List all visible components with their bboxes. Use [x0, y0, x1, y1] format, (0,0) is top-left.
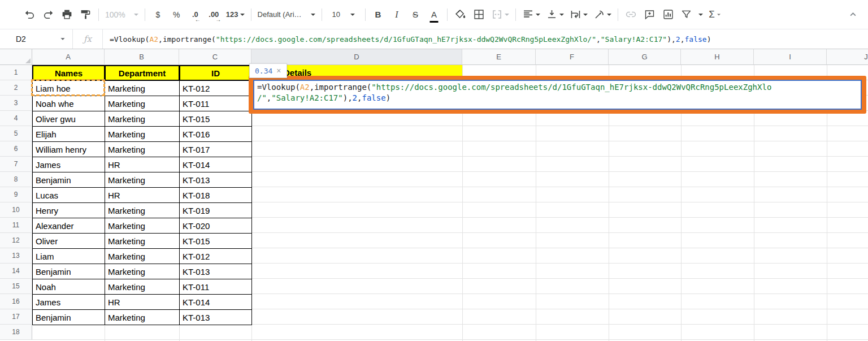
row-header-4[interactable]: 4 [0, 111, 32, 126]
cell-C15[interactable]: KT-011 [179, 279, 252, 295]
cell-C13[interactable]: KT-012 [179, 248, 252, 264]
header-cell-id[interactable]: ID [179, 65, 252, 81]
text-wrap-button[interactable] [567, 5, 591, 25]
more-formats-button[interactable]: 123 [223, 5, 248, 25]
paint-format-button[interactable] [76, 5, 95, 25]
cell-A17[interactable]: Benjamin [32, 309, 105, 325]
format-percent-button[interactable]: % [167, 5, 186, 25]
cell-A12[interactable]: Oliver [32, 233, 105, 249]
row-header-3[interactable]: 3 [0, 96, 32, 111]
zoom-select[interactable]: 100% [102, 5, 141, 25]
merge-cells-button[interactable] [488, 5, 512, 25]
insert-link-button[interactable] [622, 5, 640, 25]
functions-button[interactable]: Σ [706, 5, 724, 25]
format-currency-button[interactable]: $ [149, 5, 167, 25]
row-header-2[interactable]: 2 [0, 80, 32, 96]
cell-B14[interactable]: Marketing [105, 264, 180, 279]
cell-A16[interactable]: James [32, 294, 105, 310]
horizontal-align-button[interactable] [519, 5, 543, 25]
undo-button[interactable] [20, 5, 39, 25]
cell-B12[interactable]: Marketing [105, 233, 180, 249]
header-cell-names[interactable]: Names [32, 65, 105, 81]
create-filter-button[interactable] [678, 5, 706, 25]
cell-A15[interactable]: Noah [32, 279, 105, 295]
row-header-12[interactable]: 12 [0, 233, 32, 248]
strikethrough-button[interactable]: S [406, 5, 425, 25]
cell-A9[interactable]: Lucas [32, 187, 105, 203]
select-all-corner[interactable] [0, 49, 32, 65]
cell-A14[interactable]: Benjamin [32, 264, 105, 279]
cell-B8[interactable]: Marketing [105, 172, 180, 188]
redo-button[interactable] [39, 5, 58, 25]
row-header-5[interactable]: 5 [0, 126, 32, 141]
insert-chart-button[interactable] [659, 5, 678, 25]
cell-C16[interactable]: KT-014 [179, 294, 252, 310]
cell-A13[interactable]: Liam [32, 248, 105, 264]
cell-A6[interactable]: William henry [32, 141, 105, 157]
italic-button[interactable]: I [388, 5, 406, 25]
cell-A4[interactable]: Oliver gwu [32, 111, 105, 127]
formula-input[interactable]: =Vlookup(A2,importrange("https://docs.go… [103, 35, 868, 44]
cell-C17[interactable]: KT-013 [179, 309, 252, 325]
cell-A3[interactable]: Noah whe [32, 96, 105, 111]
row-header-11[interactable]: 11 [0, 218, 32, 233]
cell-C14[interactable]: KT-013 [179, 264, 252, 279]
cell-C2[interactable]: KT-012 [179, 80, 252, 96]
row-header-1[interactable]: 1 [0, 65, 32, 80]
decrease-decimal-button[interactable]: .0← [186, 5, 205, 25]
row-header-8[interactable]: 8 [0, 172, 32, 187]
column-header-C[interactable]: C [179, 49, 251, 65]
cell-B7[interactable]: HR [105, 157, 180, 172]
cell-C4[interactable]: KT-015 [179, 111, 252, 127]
cell-A5[interactable]: Elijah [32, 126, 105, 142]
cell-B11[interactable]: Marketing [105, 218, 180, 234]
cell-C10[interactable]: KT-019 [179, 202, 252, 218]
bold-button[interactable]: B [369, 5, 388, 25]
cell-B9[interactable]: HR [105, 187, 180, 203]
name-box[interactable]: D2 [0, 29, 72, 49]
header-cell-department[interactable]: Department [105, 65, 180, 81]
row-header-15[interactable]: 15 [0, 279, 32, 294]
cell-editor-D2[interactable]: =Vlookup(A2,importrange("https://docs.go… [253, 80, 862, 110]
row-header-14[interactable]: 14 [0, 264, 32, 279]
cell-A11[interactable]: Alexander [32, 218, 105, 234]
column-header-J[interactable]: J [827, 49, 868, 65]
row-header-13[interactable]: 13 [0, 248, 32, 264]
column-header-H[interactable]: H [681, 49, 754, 65]
column-header-A[interactable]: A [32, 49, 105, 65]
column-header-D[interactable]: D [251, 49, 462, 65]
cell-B5[interactable]: Marketing [105, 126, 180, 142]
row-header-10[interactable]: 10 [0, 202, 32, 218]
cell-C8[interactable]: KT-013 [179, 172, 252, 188]
borders-button[interactable] [470, 5, 488, 25]
cell-C11[interactable]: KT-020 [179, 218, 252, 234]
fill-color-button[interactable] [451, 5, 470, 25]
increase-decimal-button[interactable]: .00→ [205, 5, 223, 25]
cell-A2[interactable]: Liam hoe [32, 80, 105, 96]
cell-A7[interactable]: James [32, 157, 105, 172]
cell-C7[interactable]: KT-014 [179, 157, 252, 172]
cell-C6[interactable]: KT-017 [179, 141, 252, 157]
cell-B6[interactable]: Marketing [105, 141, 180, 157]
text-color-button[interactable]: A [425, 5, 444, 25]
text-rotation-button[interactable] [591, 5, 614, 25]
cell-B13[interactable]: Marketing [105, 248, 180, 264]
cell-C12[interactable]: KT-015 [179, 233, 252, 249]
cell-B2[interactable]: Marketing [105, 80, 180, 96]
cell-C9[interactable]: KT-018 [179, 187, 252, 203]
column-header-E[interactable]: E [462, 49, 536, 65]
cell-B17[interactable]: Marketing [105, 309, 180, 325]
row-header-9[interactable]: 9 [0, 187, 32, 202]
row-header-7[interactable]: 7 [0, 157, 32, 172]
font-size-select[interactable]: 10 [326, 5, 362, 25]
cell-A8[interactable]: Benjamin [32, 172, 105, 188]
close-icon[interactable]: × [276, 66, 281, 75]
cell-A10[interactable]: Henry [32, 202, 105, 218]
cell-B3[interactable]: Marketing [105, 96, 180, 111]
cell-C5[interactable]: KT-016 [179, 126, 252, 142]
row-header-18[interactable]: 18 [0, 325, 32, 340]
cell-C3[interactable]: KT-011 [179, 96, 252, 111]
cell-B4[interactable]: Marketing [105, 111, 180, 127]
column-header-I[interactable]: I [754, 49, 827, 65]
cell-B15[interactable]: Marketing [105, 279, 180, 295]
